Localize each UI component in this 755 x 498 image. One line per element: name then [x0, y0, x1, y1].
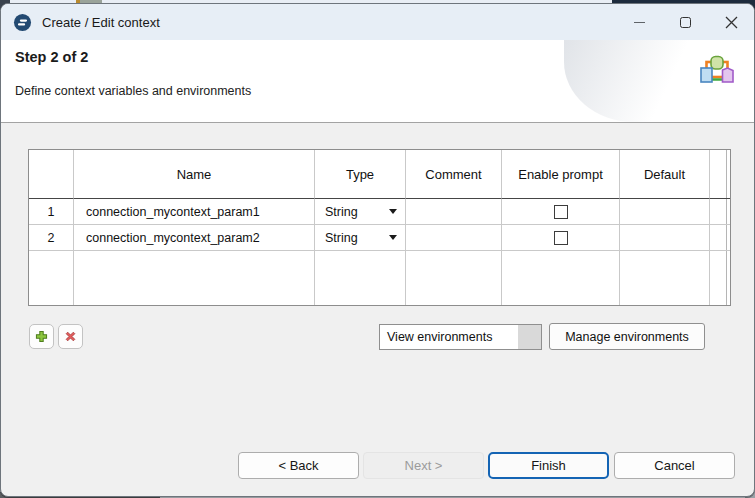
cancel-button[interactable]: Cancel	[614, 452, 735, 479]
maximize-icon	[680, 17, 691, 28]
column-header-name[interactable]: Name	[74, 150, 315, 199]
back-button[interactable]: < Back	[238, 452, 359, 479]
type-value: String	[325, 231, 358, 245]
chevron-down-icon[interactable]	[389, 235, 397, 240]
step-title: Step 2 of 2	[15, 49, 88, 65]
name-cell[interactable]: connection_mycontext_param1	[74, 199, 315, 225]
context-variables-table: Name Type Comment Enable prompt Default …	[28, 149, 731, 306]
add-variable-button[interactable]	[29, 324, 54, 349]
back-label: < Back	[278, 458, 318, 473]
empty-cell	[502, 251, 620, 305]
minimize-icon	[634, 22, 645, 23]
name-cell[interactable]: connection_mycontext_param2	[74, 225, 315, 251]
table-scrollbar-track[interactable]	[710, 251, 730, 305]
row-number: 2	[29, 225, 74, 251]
view-environments-gray-section	[518, 325, 541, 349]
next-label: Next >	[405, 458, 443, 473]
enable-prompt-checkbox[interactable]	[554, 231, 568, 245]
empty-cell	[315, 251, 406, 305]
talend-logo-icon	[13, 13, 32, 32]
delete-variable-button[interactable]	[58, 324, 83, 349]
enable-prompt-cell	[502, 225, 620, 251]
wizard-banner: Step 2 of 2 Define context variables and…	[1, 40, 754, 122]
column-header-num	[29, 150, 74, 199]
row-number: 1	[29, 199, 74, 225]
table-scrollbar-track[interactable]	[710, 225, 730, 251]
type-value: String	[325, 205, 358, 219]
screen: Create / Edit context Step 2 of 2 Define…	[0, 0, 755, 498]
empty-cell	[620, 251, 710, 305]
type-cell[interactable]: String	[315, 199, 406, 225]
delete-icon	[63, 329, 78, 344]
manage-environments-label: Manage environments	[565, 330, 689, 344]
cancel-label: Cancel	[654, 458, 694, 473]
column-header-type[interactable]: Type	[315, 150, 406, 199]
close-icon	[725, 16, 738, 29]
type-cell[interactable]: String	[315, 225, 406, 251]
view-environments-label: View environments	[380, 330, 492, 344]
window-controls	[616, 4, 754, 40]
comment-cell[interactable]	[406, 225, 502, 251]
view-environments-button[interactable]: View environments	[379, 324, 542, 350]
window-title: Create / Edit context	[42, 15, 160, 30]
column-header-enable-prompt[interactable]: Enable prompt	[502, 150, 620, 199]
next-button[interactable]: Next >	[363, 452, 484, 479]
finish-label: Finish	[531, 458, 566, 473]
table-scrollbar-track[interactable]	[710, 199, 730, 225]
empty-cell[interactable]	[74, 251, 315, 305]
empty-cell	[406, 251, 502, 305]
table-scrollbar-track[interactable]	[710, 150, 730, 199]
default-cell[interactable]	[620, 199, 710, 225]
chevron-down-icon[interactable]	[389, 209, 397, 214]
enable-prompt-checkbox[interactable]	[554, 205, 568, 219]
create-edit-context-dialog: Create / Edit context Step 2 of 2 Define…	[0, 3, 755, 497]
finish-button[interactable]: Finish	[488, 452, 609, 479]
minimize-button[interactable]	[616, 4, 662, 40]
context-wizard-icon	[697, 53, 737, 95]
header-separator	[1, 122, 754, 123]
manage-environments-button[interactable]: Manage environments	[549, 323, 705, 350]
empty-cell	[29, 251, 74, 305]
column-header-comment[interactable]: Comment	[406, 150, 502, 199]
column-header-default[interactable]: Default	[620, 150, 710, 199]
step-subtitle: Define context variables and environment…	[15, 84, 251, 98]
maximize-button[interactable]	[662, 4, 708, 40]
enable-prompt-cell	[502, 199, 620, 225]
close-button[interactable]	[708, 4, 754, 40]
plus-icon	[34, 329, 49, 344]
comment-cell[interactable]	[406, 199, 502, 225]
titlebar: Create / Edit context	[1, 4, 754, 40]
default-cell[interactable]	[620, 225, 710, 251]
